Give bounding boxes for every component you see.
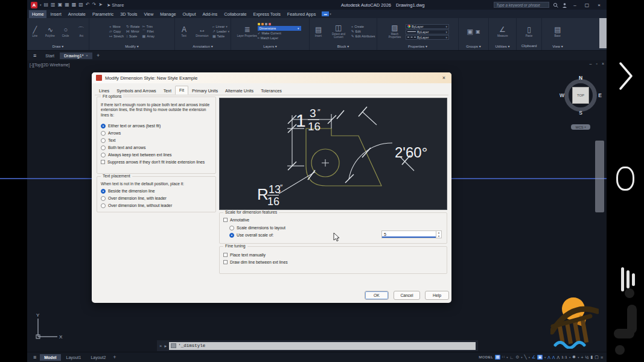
ungroup-icon[interactable]: ▣ (476, 28, 480, 36)
annotation-scale-value[interactable]: 1:1 (561, 355, 567, 359)
ribbon-tab-featured-apps[interactable]: Featured Apps (284, 10, 319, 18)
view-panel-label[interactable]: View ▾ (542, 44, 573, 50)
ribbon-tab-express-tools[interactable]: Express Tools (250, 10, 284, 18)
viewcube-east[interactable]: E (598, 92, 602, 98)
dialog-close-button[interactable]: × (441, 75, 447, 81)
viewport-close-icon[interactable]: × (602, 62, 604, 66)
ribbon-scrollbar[interactable] (599, 18, 607, 48)
save-icon[interactable]: ▣ (58, 2, 63, 8)
viewcube[interactable]: N S W E TOP (561, 75, 601, 115)
text-tool[interactable]: AText (176, 26, 192, 37)
viewport-controls[interactable]: [-][Top][2D Wireframe] (30, 63, 69, 67)
annotation-monitor-icon[interactable]: + (581, 355, 583, 360)
linear-tool[interactable]: ⌐Linear▾ (212, 25, 229, 29)
polar-tracking-icon[interactable]: ⊙ (515, 355, 519, 360)
annotation-panel-label[interactable]: Annotation ▾ (175, 44, 231, 50)
pause-bars-icon[interactable] (621, 267, 635, 291)
plot-icon[interactable]: ▩ (72, 2, 77, 8)
layout-tab-model[interactable]: Model (40, 354, 60, 361)
fillet-tool[interactable]: ⌒Fillet (142, 30, 155, 34)
insert-tool[interactable]: ▤Insert (311, 26, 326, 37)
viewport-restore-icon[interactable]: ▫ (596, 62, 597, 66)
command-line[interactable]: × ▸ '_dimstyle (157, 340, 478, 351)
dialog-tab-text[interactable]: Text (160, 87, 175, 95)
placement-option-beside-the-dimension-line[interactable]: Beside the dimension line (101, 189, 172, 194)
suppress-arrows-checkbox[interactable]: Suppress arrows if they don't fit inside… (101, 160, 211, 165)
match-properties-tool[interactable]: ▨Match Properties (386, 24, 403, 39)
command-close-icon[interactable]: × (159, 343, 162, 349)
linetype-dropdown[interactable]: ByLayer▾ (406, 35, 449, 40)
customization-icon[interactable]: ≡ (601, 355, 603, 360)
next-arrow-icon[interactable] (615, 60, 636, 92)
graphics-performance-icon[interactable]: ▮ (590, 355, 593, 360)
ribbon-tab-add-ins[interactable]: Add-ins (199, 10, 220, 18)
ribbon-tab-manage[interactable]: Manage (157, 10, 179, 18)
snap-mode-icon[interactable]: ∷ (502, 355, 505, 360)
wcs-dropdown[interactable]: WCS▾ (571, 124, 590, 130)
dialog-tab-primary-units[interactable]: Primary Units (188, 87, 222, 95)
cancel-button[interactable]: Cancel (394, 291, 420, 300)
autocad-logo-icon[interactable]: A (31, 2, 37, 8)
ribbon-collapse-caret-icon[interactable]: ▾ (330, 12, 331, 16)
file-tabs-menu-icon[interactable]: ≡ (30, 52, 40, 59)
viewport-minimize-icon[interactable]: – (590, 62, 592, 66)
new-layout-button[interactable]: + (110, 354, 119, 360)
copy-tool[interactable]: ▱Copy (109, 30, 124, 34)
match-layer-tool[interactable]: ≈Match Layer (258, 36, 301, 40)
file-tab-drawing1[interactable]: Drawing1*× (60, 52, 92, 59)
file-tab-start[interactable]: Start (41, 52, 59, 59)
measure-tool[interactable]: ∠Measure (494, 26, 512, 37)
edit-block-tool[interactable]: ✎Edit (351, 30, 375, 34)
viewcube-west[interactable]: W (560, 92, 564, 98)
circle-indicator-icon[interactable] (616, 167, 634, 191)
leader-tool[interactable]: ↗Leader▾ (212, 30, 229, 34)
trim-tool[interactable]: ✂Trim (142, 25, 155, 29)
lineweight-dropdown[interactable]: ByLayer▾ (406, 30, 449, 34)
color-dropdown[interactable]: ByLayer▾ (406, 24, 449, 29)
line-tool[interactable]: ╱Line (28, 26, 42, 37)
annotation-scale-icon[interactable]: Λ (557, 355, 560, 360)
viewcube-top-face[interactable]: TOP (572, 87, 589, 104)
recent-commands-icon[interactable] (171, 343, 176, 348)
minimize-button[interactable]: – (571, 2, 578, 8)
modify-panel-label[interactable]: Modify ▾ (89, 44, 174, 50)
command-customize-icon[interactable]: ▸ (164, 343, 167, 349)
layout-tab-layout1[interactable]: Layout1 (62, 354, 86, 361)
spin-down-icon[interactable]: ▼ (436, 235, 441, 238)
layout-menu-icon[interactable]: ≡ (30, 354, 40, 360)
undo-icon[interactable]: ↶ (86, 2, 90, 8)
scale-option-use-overall-scale-of[interactable]: Use overall scale of: (229, 233, 285, 238)
isodraft-icon[interactable]: ╲ (524, 355, 527, 360)
fit-option-both-text-and-arrows[interactable]: Both text and arrows (101, 145, 171, 150)
scale-caret-icon[interactable]: ▾ (569, 356, 570, 359)
fit-option-always-keep-text-between-ext-lines[interactable]: Always keep text between ext lines (101, 153, 171, 157)
ribbon-tab-collaborate[interactable]: Collaborate (221, 10, 249, 18)
fit-option-arrows[interactable]: Arrows (101, 131, 171, 136)
app-menu-caret-icon[interactable]: ▾ (40, 3, 42, 7)
dimension-tool[interactable]: ↔Dimension (194, 26, 210, 37)
draw-panel-label[interactable]: Draw ▾ (27, 44, 89, 50)
sign-in-icon[interactable] (562, 2, 567, 8)
move-tool[interactable]: +Move (109, 25, 124, 29)
arc-tool[interactable]: ⌒Arc (75, 26, 88, 37)
array-tool[interactable]: ▦Array (142, 34, 155, 39)
viewcube-north[interactable]: N (579, 75, 582, 81)
create-block-tool[interactable]: +Create (351, 25, 375, 29)
dialog-tab-tolerances[interactable]: Tolerances (257, 87, 285, 95)
placement-option-over-dimension-line-with-leader[interactable]: Over dimension line, with leader (101, 196, 172, 201)
fit-option-text[interactable]: Text (101, 138, 171, 143)
detect-convert-tool[interactable]: ◫Detect and Convert (328, 24, 349, 39)
make-current-tool[interactable]: ✓Make Current (258, 31, 301, 36)
annotative-checkbox[interactable]: Annotative (223, 218, 249, 223)
ribbon-options-badge-icon[interactable]: ▬ (322, 11, 329, 16)
new-drawing-tab-button[interactable]: + (94, 52, 103, 59)
workspace-caret-icon[interactable]: ▾ (578, 356, 579, 359)
ortho-mode-icon[interactable]: ∟ (510, 355, 514, 360)
polar-caret-icon[interactable]: ▾ (521, 356, 522, 359)
print-icon[interactable]: ▧ (78, 2, 83, 8)
osnap-tracking-icon[interactable]: ∠ (532, 355, 535, 360)
units-icon[interactable]: ½ (585, 355, 589, 360)
ribbon-tab-3d-tools[interactable]: 3D Tools (117, 10, 140, 18)
block-panel-label[interactable]: Block ▾ (310, 44, 377, 50)
snap-caret-icon[interactable]: ▾ (506, 356, 508, 359)
